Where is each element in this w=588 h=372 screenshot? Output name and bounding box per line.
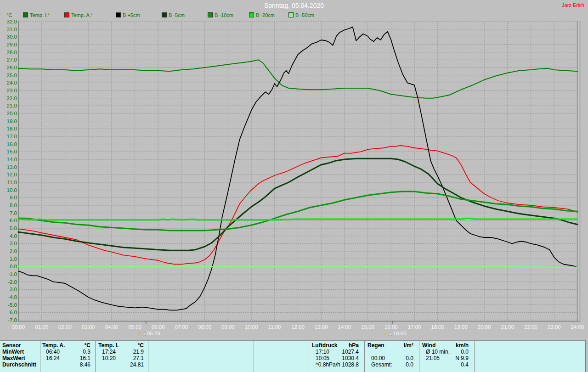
x-tick-label: 03:00 xyxy=(82,324,95,330)
table-separator xyxy=(201,341,201,372)
chart-canvas: 32.031.030.029.028.027.026.025.024.023.0… xyxy=(0,0,588,340)
y-tick-label: 0.0 xyxy=(10,264,17,269)
group-unit: km/h xyxy=(420,342,469,349)
y-tick-label: 29.0 xyxy=(7,42,17,47)
y-tick-label: 26.0 xyxy=(7,65,17,70)
marker-time-label: 16:03 xyxy=(393,331,407,336)
x-tick-label: 13:00 xyxy=(315,324,328,330)
y-tick-label: 12.0 xyxy=(7,172,17,177)
x-tick-label: 08:00 xyxy=(198,324,211,330)
legend-item-tempa: Temp. A.* xyxy=(64,12,93,18)
y-tick-label: -7.0 xyxy=(8,317,17,323)
x-tick-label: 23:00 xyxy=(548,324,561,330)
table-separator xyxy=(364,341,365,372)
stats-table: SensorMinWertMaxWertDurchschnittTemp. A.… xyxy=(0,340,586,372)
y-tick-label: 14.0 xyxy=(7,157,17,162)
legend-color-swatch-icon xyxy=(162,12,167,17)
stat-value: 27.1 xyxy=(96,355,144,361)
author-label: Jarz Erich xyxy=(562,2,584,8)
y-tick-label: 9.0 xyxy=(10,195,17,200)
stat-value: 24.81 xyxy=(96,361,144,368)
table-separator xyxy=(309,341,309,372)
y-tick-label: 20.0 xyxy=(7,111,17,116)
stat-value: 8.46 xyxy=(40,361,90,368)
sun-icon: ☀ xyxy=(384,331,388,337)
y-tick-label: 6.0 xyxy=(10,218,17,223)
y-tick-label: 32.0 xyxy=(7,19,17,24)
y-tick-label: 5.0 xyxy=(10,225,17,231)
page-title: Sonntag, 05.04.2020 xyxy=(0,2,588,9)
group-unit: °C xyxy=(40,342,90,349)
legend-item-label: B +5cm xyxy=(123,12,140,18)
stat-value: 0.3 xyxy=(40,349,90,355)
legend-color-swatch-icon xyxy=(249,12,254,17)
group-unit: l/m² xyxy=(366,342,413,349)
row-header: MaxWert xyxy=(2,355,38,361)
group-unit: °C xyxy=(96,342,144,349)
sun-icon: ☀ xyxy=(137,331,142,337)
legend-item-b-10cm: B -10cm xyxy=(208,12,233,18)
x-tick-label: 00:00 xyxy=(12,324,25,330)
y-tick-label: -6.0 xyxy=(8,310,17,315)
group-unit: hPa xyxy=(310,342,359,349)
x-tick-label: 06:00 xyxy=(152,324,165,330)
x-tick-label: 11:00 xyxy=(268,324,281,330)
y-tick-label: 17.0 xyxy=(7,134,17,139)
legend-item-label: Temp. I.* xyxy=(30,12,50,18)
stat-value: 16.1 xyxy=(40,355,90,361)
y-tick-label: 18.0 xyxy=(7,126,17,131)
legend-item-b-20cm: B -20cm xyxy=(249,12,275,18)
table-separator xyxy=(419,341,419,372)
y-tick-label: 10.0 xyxy=(7,187,17,193)
table-separator xyxy=(148,341,148,372)
row-header: Sensor xyxy=(2,342,38,349)
y-tick-label: 13.0 xyxy=(7,164,17,170)
chart-legend: Temp. I.*Temp. A.*B +5cmB -5cmB -10cmB -… xyxy=(0,12,588,19)
x-tick-label: 19:00 xyxy=(454,324,468,330)
row-header: Durchschnitt xyxy=(2,361,38,368)
x-tick-label: 14:00 xyxy=(338,324,351,330)
legend-color-swatch-icon xyxy=(116,12,121,17)
x-tick-label: 15:00 xyxy=(361,324,374,330)
x-tick-label: 16:00 xyxy=(384,324,398,330)
legend-item-b+5cm: B +5cm xyxy=(116,12,140,18)
y-tick-label: -4.0 xyxy=(8,294,17,300)
marker-time-label: 05:29 xyxy=(147,331,160,336)
x-tick-label: 24:00 xyxy=(571,324,584,330)
y-tick-label: 8.0 xyxy=(10,203,17,208)
stat-value: 1028.8 xyxy=(310,361,359,368)
y-tick-label: 24.0 xyxy=(7,80,17,85)
y-tick-label: 30.0 xyxy=(7,34,17,39)
series-line-b-50cm xyxy=(18,266,577,267)
stat-value: 0.0 xyxy=(366,361,413,368)
x-tick-label: 21:00 xyxy=(501,324,514,330)
stat-value: N 9.9 xyxy=(420,355,469,361)
y-tick-label: -1.0 xyxy=(8,271,17,277)
stat-value: 21.9 xyxy=(96,349,144,355)
series-line-b-20cm xyxy=(18,218,577,220)
table-separator xyxy=(95,341,96,372)
y-tick-label: 15.0 xyxy=(7,149,17,154)
y-tick-label: 27.0 xyxy=(7,57,17,62)
table-separator xyxy=(254,341,254,372)
x-tick-label: 05:00 xyxy=(128,324,141,330)
y-tick-label: -2.0 xyxy=(8,279,17,285)
legend-color-swatch-icon xyxy=(208,12,213,17)
x-tick-label: 07:00 xyxy=(175,324,188,330)
x-tick-label: 01:00 xyxy=(35,324,48,330)
y-tick-label: -5.0 xyxy=(8,302,17,308)
legend-item-b-5cm: B -5cm xyxy=(162,12,185,18)
x-tick-label: 04:00 xyxy=(105,324,118,330)
y-tick-label: 23.0 xyxy=(7,88,17,93)
series-line-b-10cm xyxy=(18,192,577,231)
y-tick-label: 11.0 xyxy=(7,180,17,185)
stat-value: 1027.4 xyxy=(310,349,359,355)
row-header: MinWert xyxy=(2,349,38,355)
legend-item-label: B -20cm xyxy=(256,12,275,18)
stat-value: 0.0 xyxy=(366,355,413,361)
legend-color-swatch-icon xyxy=(23,12,28,17)
legend-item-label: B -50cm xyxy=(295,12,314,18)
y-tick-label: 4.0 xyxy=(10,233,17,239)
stat-value: 1030.4 xyxy=(310,355,359,361)
legend-item-label: B -10cm xyxy=(215,12,233,18)
